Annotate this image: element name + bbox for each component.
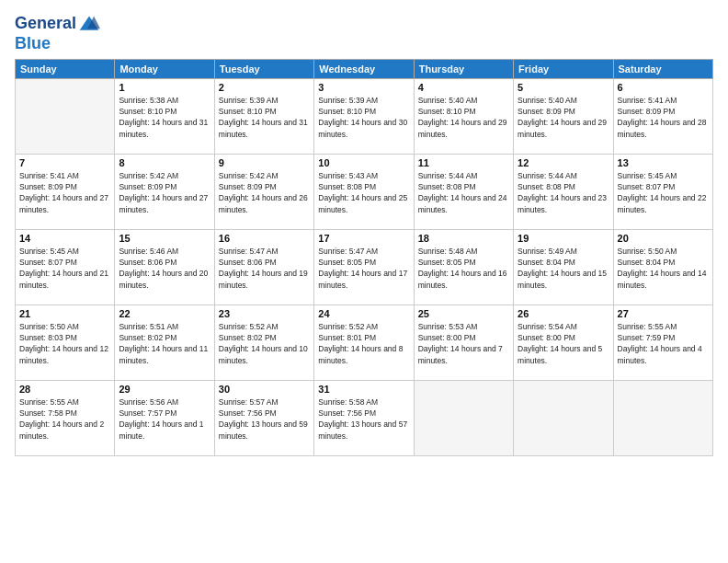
header: General Blue xyxy=(15,9,713,53)
day-info: Sunrise: 5:52 AM Sunset: 8:02 PM Dayligh… xyxy=(219,321,310,366)
weekday-header-tuesday: Tuesday xyxy=(214,59,313,78)
calendar-cell: 3 Sunrise: 5:39 AM Sunset: 8:10 PM Dayli… xyxy=(314,78,414,154)
day-number: 19 xyxy=(518,233,609,244)
calendar-cell xyxy=(16,78,115,154)
logo-text: General xyxy=(15,15,76,33)
day-number: 27 xyxy=(618,308,709,319)
day-info: Sunrise: 5:44 AM Sunset: 8:08 PM Dayligh… xyxy=(418,170,509,215)
day-number: 15 xyxy=(119,233,210,244)
calendar-cell: 6 Sunrise: 5:41 AM Sunset: 8:09 PM Dayli… xyxy=(613,78,712,154)
day-info: Sunrise: 5:54 AM Sunset: 8:00 PM Dayligh… xyxy=(518,321,609,366)
calendar-cell xyxy=(514,380,613,455)
day-info: Sunrise: 5:43 AM Sunset: 8:08 PM Dayligh… xyxy=(318,170,409,215)
calendar-cell xyxy=(613,380,712,455)
day-info: Sunrise: 5:53 AM Sunset: 8:00 PM Dayligh… xyxy=(418,321,509,366)
day-info: Sunrise: 5:46 AM Sunset: 8:06 PM Dayligh… xyxy=(119,246,210,291)
calendar-cell: 14 Sunrise: 5:45 AM Sunset: 8:07 PM Dayl… xyxy=(16,229,115,304)
day-number: 1 xyxy=(119,82,210,93)
calendar-week-2: 7 Sunrise: 5:41 AM Sunset: 8:09 PM Dayli… xyxy=(16,154,713,229)
calendar-body: 1 Sunrise: 5:38 AM Sunset: 8:10 PM Dayli… xyxy=(16,78,713,455)
day-number: 28 xyxy=(19,384,110,395)
day-number: 23 xyxy=(219,308,310,319)
calendar-week-1: 1 Sunrise: 5:38 AM Sunset: 8:10 PM Dayli… xyxy=(16,78,713,154)
logo-blue-text: Blue xyxy=(15,35,100,53)
weekday-header-saturday: Saturday xyxy=(613,59,712,78)
calendar-cell: 25 Sunrise: 5:53 AM Sunset: 8:00 PM Dayl… xyxy=(414,304,513,380)
calendar-cell: 1 Sunrise: 5:38 AM Sunset: 8:10 PM Dayli… xyxy=(115,78,214,154)
day-number: 22 xyxy=(119,308,210,319)
day-number: 3 xyxy=(318,82,409,93)
calendar-cell: 19 Sunrise: 5:49 AM Sunset: 8:04 PM Dayl… xyxy=(514,229,613,304)
calendar-cell: 18 Sunrise: 5:48 AM Sunset: 8:05 PM Dayl… xyxy=(414,229,513,304)
logo: General Blue xyxy=(15,13,100,53)
calendar-cell: 12 Sunrise: 5:44 AM Sunset: 8:08 PM Dayl… xyxy=(514,154,613,229)
day-number: 24 xyxy=(318,308,409,319)
calendar-cell: 13 Sunrise: 5:45 AM Sunset: 8:07 PM Dayl… xyxy=(613,154,712,229)
day-number: 13 xyxy=(618,157,709,168)
day-number: 5 xyxy=(518,82,609,93)
calendar-cell: 16 Sunrise: 5:47 AM Sunset: 8:06 PM Dayl… xyxy=(214,229,313,304)
day-number: 12 xyxy=(518,157,609,168)
calendar-cell: 17 Sunrise: 5:47 AM Sunset: 8:05 PM Dayl… xyxy=(314,229,414,304)
day-info: Sunrise: 5:40 AM Sunset: 8:09 PM Dayligh… xyxy=(518,95,609,140)
day-number: 25 xyxy=(418,308,509,319)
day-info: Sunrise: 5:57 AM Sunset: 7:56 PM Dayligh… xyxy=(219,396,310,442)
day-info: Sunrise: 5:39 AM Sunset: 8:10 PM Dayligh… xyxy=(219,95,310,140)
calendar-page: General Blue SundayMondayTuesdayWednesda… xyxy=(0,0,728,563)
calendar-cell: 9 Sunrise: 5:42 AM Sunset: 8:09 PM Dayli… xyxy=(214,154,313,229)
calendar-cell: 2 Sunrise: 5:39 AM Sunset: 8:10 PM Dayli… xyxy=(214,78,313,154)
calendar-cell: 20 Sunrise: 5:50 AM Sunset: 8:04 PM Dayl… xyxy=(613,229,712,304)
calendar-week-4: 21 Sunrise: 5:50 AM Sunset: 8:03 PM Dayl… xyxy=(16,304,713,380)
calendar-cell: 22 Sunrise: 5:51 AM Sunset: 8:02 PM Dayl… xyxy=(115,304,214,380)
day-number: 9 xyxy=(219,157,310,168)
day-info: Sunrise: 5:47 AM Sunset: 8:06 PM Dayligh… xyxy=(219,246,310,291)
day-info: Sunrise: 5:52 AM Sunset: 8:01 PM Dayligh… xyxy=(318,321,409,366)
calendar-cell: 31 Sunrise: 5:58 AM Sunset: 7:56 PM Dayl… xyxy=(314,380,414,455)
weekday-header-thursday: Thursday xyxy=(414,59,513,78)
day-info: Sunrise: 5:39 AM Sunset: 8:10 PM Dayligh… xyxy=(318,95,409,140)
day-info: Sunrise: 5:42 AM Sunset: 8:09 PM Dayligh… xyxy=(219,170,310,215)
day-info: Sunrise: 5:50 AM Sunset: 8:03 PM Dayligh… xyxy=(19,321,110,366)
day-number: 7 xyxy=(19,157,110,168)
day-number: 21 xyxy=(19,308,110,319)
calendar-table: SundayMondayTuesdayWednesdayThursdayFrid… xyxy=(15,59,713,456)
day-info: Sunrise: 5:58 AM Sunset: 7:56 PM Dayligh… xyxy=(318,396,409,442)
day-info: Sunrise: 5:48 AM Sunset: 8:05 PM Dayligh… xyxy=(418,246,509,291)
calendar-cell: 7 Sunrise: 5:41 AM Sunset: 8:09 PM Dayli… xyxy=(16,154,115,229)
day-info: Sunrise: 5:49 AM Sunset: 8:04 PM Dayligh… xyxy=(518,246,609,291)
day-number: 20 xyxy=(618,233,709,244)
calendar-cell: 10 Sunrise: 5:43 AM Sunset: 8:08 PM Dayl… xyxy=(314,154,414,229)
calendar-week-5: 28 Sunrise: 5:55 AM Sunset: 7:58 PM Dayl… xyxy=(16,380,713,455)
day-info: Sunrise: 5:45 AM Sunset: 8:07 PM Dayligh… xyxy=(19,246,110,291)
day-number: 4 xyxy=(418,82,509,93)
calendar-cell: 4 Sunrise: 5:40 AM Sunset: 8:10 PM Dayli… xyxy=(414,78,513,154)
calendar-cell: 23 Sunrise: 5:52 AM Sunset: 8:02 PM Dayl… xyxy=(214,304,313,380)
calendar-cell: 29 Sunrise: 5:56 AM Sunset: 7:57 PM Dayl… xyxy=(115,380,214,455)
day-info: Sunrise: 5:55 AM Sunset: 7:59 PM Dayligh… xyxy=(618,321,709,366)
day-info: Sunrise: 5:42 AM Sunset: 8:09 PM Dayligh… xyxy=(119,170,210,215)
day-info: Sunrise: 5:41 AM Sunset: 8:09 PM Dayligh… xyxy=(19,170,110,215)
calendar-cell: 30 Sunrise: 5:57 AM Sunset: 7:56 PM Dayl… xyxy=(214,380,313,455)
day-number: 11 xyxy=(418,157,509,168)
calendar-cell: 15 Sunrise: 5:46 AM Sunset: 8:06 PM Dayl… xyxy=(115,229,214,304)
day-number: 6 xyxy=(618,82,709,93)
day-number: 30 xyxy=(219,384,310,395)
day-number: 29 xyxy=(119,384,210,395)
day-info: Sunrise: 5:41 AM Sunset: 8:09 PM Dayligh… xyxy=(618,95,709,140)
calendar-cell: 11 Sunrise: 5:44 AM Sunset: 8:08 PM Dayl… xyxy=(414,154,513,229)
day-number: 17 xyxy=(318,233,409,244)
day-info: Sunrise: 5:38 AM Sunset: 8:10 PM Dayligh… xyxy=(119,95,210,140)
day-number: 31 xyxy=(318,384,409,395)
weekday-header-monday: Monday xyxy=(115,59,214,78)
day-number: 10 xyxy=(318,157,409,168)
day-info: Sunrise: 5:50 AM Sunset: 8:04 PM Dayligh… xyxy=(618,246,709,291)
day-info: Sunrise: 5:51 AM Sunset: 8:02 PM Dayligh… xyxy=(119,321,210,366)
day-number: 2 xyxy=(219,82,310,93)
weekday-header-friday: Friday xyxy=(514,59,613,78)
day-info: Sunrise: 5:40 AM Sunset: 8:10 PM Dayligh… xyxy=(418,95,509,140)
day-number: 16 xyxy=(219,233,310,244)
day-info: Sunrise: 5:45 AM Sunset: 8:07 PM Dayligh… xyxy=(618,170,709,215)
day-number: 8 xyxy=(119,157,210,168)
calendar-cell: 21 Sunrise: 5:50 AM Sunset: 8:03 PM Dayl… xyxy=(16,304,115,380)
day-info: Sunrise: 5:47 AM Sunset: 8:05 PM Dayligh… xyxy=(318,246,409,291)
